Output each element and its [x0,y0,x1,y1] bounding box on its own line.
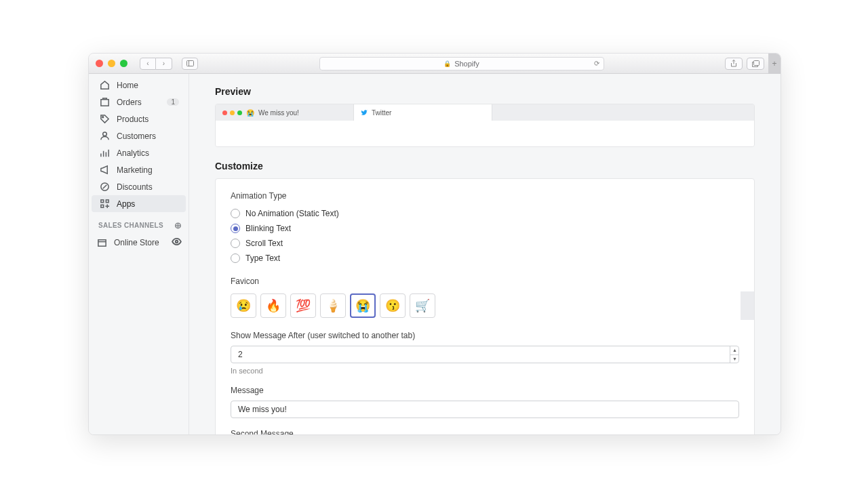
reload-icon[interactable]: ⟳ [594,60,599,67]
svg-rect-10 [98,239,106,245]
tab-label: We miss you! [258,109,299,117]
close-icon[interactable] [96,60,103,67]
traffic-lights[interactable] [96,60,127,67]
discount-icon [100,182,110,192]
minimize-icon[interactable] [108,60,115,67]
message-input[interactable] [231,401,739,418]
sidebar-item-label: Products [117,115,149,124]
sidebar-item-home[interactable]: Home [92,77,186,94]
preview-card: 😭 We miss you! Twitter [215,104,755,147]
delay-input-wrap: ▲▼ [231,346,739,363]
sidebar-item-online-store[interactable]: Online Store [89,233,189,252]
favicon-option-fire[interactable]: 🔥 [260,293,286,318]
sidebar-item-label: Orders [117,98,142,107]
titlebar-right: + [725,54,774,74]
svg-point-5 [103,132,107,136]
chart-icon [100,148,110,158]
customize-card: Animation Type No Animation (Static Text… [215,178,755,434]
favicon-option-cart[interactable]: 🛒 [410,293,435,318]
radio-icon [231,253,240,263]
sidebar-item-label: Apps [117,199,135,209]
tab-favicon-emoji: 😭 [246,109,254,117]
sidebar-item-products[interactable]: Products [92,110,186,127]
radio-scroll[interactable]: Scroll Text [231,236,739,251]
radio-type[interactable]: Type Text [231,251,739,266]
radio-icon [231,224,240,233]
preview-tab-twitter[interactable]: Twitter [354,104,492,121]
favicon-option-cry[interactable]: 😢 [231,293,256,318]
animation-type-label: Animation Type [231,191,739,201]
nav-buttons: ‹ › [140,58,172,70]
scrollbar-thumb[interactable] [741,291,754,320]
radio-label: Scroll Text [245,239,283,248]
tag-icon [100,114,110,124]
apps-icon [100,199,110,209]
sidebar-item-apps[interactable]: Apps [92,195,186,212]
window-body: Home Orders 1 Products Customers Analyti… [89,74,781,434]
svg-rect-9 [101,205,104,207]
preview-traffic-lights [222,110,242,115]
favicon-label: Favicon [231,277,739,286]
svg-rect-8 [106,200,108,203]
new-tab-button[interactable]: + [768,54,781,74]
forward-button[interactable]: › [156,58,172,70]
favicon-option-icecream[interactable]: 🍦 [320,293,346,318]
lock-icon: 🔒 [443,60,451,67]
share-button[interactable] [725,58,743,70]
preview-tab-message[interactable]: 😭 We miss you! [216,104,354,121]
sidebar-toggle-button[interactable] [182,58,198,70]
megaphone-icon [100,165,110,175]
sidebar-item-customers[interactable]: Customers [92,127,186,144]
radio-no-animation[interactable]: No Animation (Static Text) [231,206,739,221]
sidebar: Home Orders 1 Products Customers Analyti… [89,74,189,434]
radio-label: Blinking Text [245,224,291,233]
home-icon [100,80,110,90]
tabs-button[interactable] [747,58,764,70]
message-label: Message [231,386,739,395]
sidebar-item-label: Marketing [117,165,153,175]
preview-body [216,121,754,146]
sidebar-item-label: Discounts [117,182,153,192]
sidebar-item-label: Analytics [117,148,149,158]
preview-tabbar: 😭 We miss you! Twitter [216,104,754,121]
favicon-option-kiss[interactable]: 😗 [380,293,406,318]
sidebar-item-label: Online Store [114,238,159,247]
favicon-options: 😢 🔥 💯 🍦 😭 😗 🛒 [231,291,739,320]
favicon-option-hundred[interactable]: 💯 [290,293,316,318]
view-store-icon[interactable] [172,237,182,249]
maximize-icon[interactable] [120,60,127,67]
sidebar-item-label: Customers [117,131,156,141]
address-label: Shopify [454,60,479,68]
svg-rect-0 [186,61,193,66]
sidebar-item-orders[interactable]: Orders 1 [92,94,186,110]
titlebar: ‹ › 🔒 Shopify ⟳ + [89,54,781,74]
sales-channels-label: SALES CHANNELS [98,222,163,229]
store-icon [97,238,107,248]
sales-channels-header: SALES CHANNELS ⊕ [89,212,189,233]
second-message-label: Second Message [231,429,739,434]
orders-icon [100,97,110,107]
person-icon [100,131,110,141]
sidebar-item-marketing[interactable]: Marketing [92,161,186,178]
add-channel-button[interactable]: ⊕ [174,220,182,230]
address-bar[interactable]: 🔒 Shopify ⟳ [319,57,604,70]
number-spinner[interactable]: ▲▼ [730,346,739,363]
delay-helper: In second [231,367,739,375]
svg-point-11 [176,241,178,243]
svg-rect-3 [101,100,108,106]
twitter-icon [361,109,368,116]
sidebar-item-analytics[interactable]: Analytics [92,144,186,161]
radio-icon [231,209,240,218]
favicon-option-sob[interactable]: 😭 [350,293,376,318]
sidebar-item-discounts[interactable]: Discounts [92,178,186,195]
sidebar-item-label: Home [117,81,138,90]
tab-label: Twitter [372,109,391,117]
delay-input[interactable] [231,346,739,363]
radio-blinking[interactable]: Blinking Text [231,221,739,236]
preview-title: Preview [215,86,755,97]
radio-icon [231,239,240,248]
customize-title: Customize [215,161,755,171]
back-button[interactable]: ‹ [140,58,156,70]
svg-rect-2 [753,60,759,65]
main-content: Preview 😭 We miss you! Twitter [189,74,781,434]
